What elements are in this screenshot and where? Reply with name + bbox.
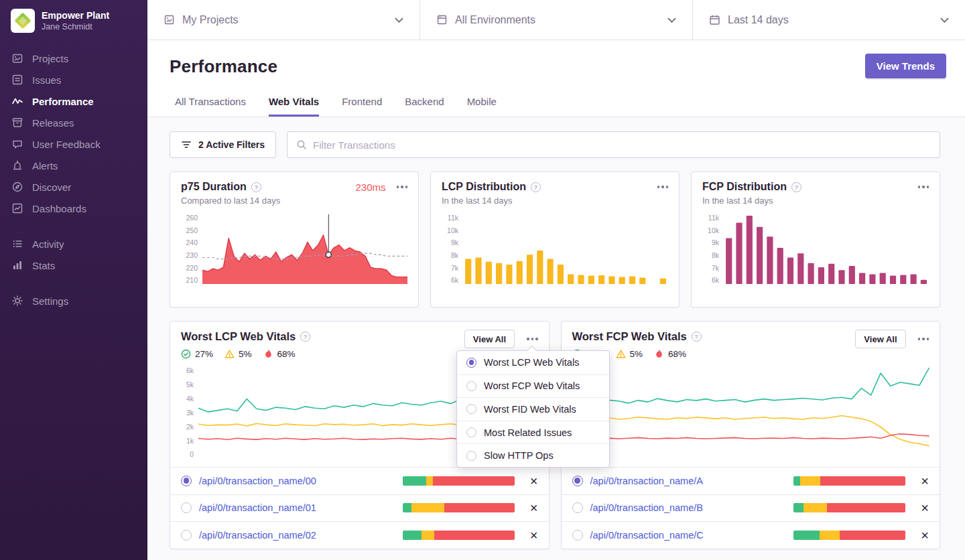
row-radio[interactable] — [181, 530, 192, 541]
row-radio[interactable] — [181, 502, 192, 513]
help-icon[interactable]: ? — [251, 182, 261, 192]
app: Empower Plant Jane Schmidt Projects Issu… — [0, 0, 965, 560]
transaction-link[interactable]: /api/0/transaction_name/C — [590, 530, 704, 541]
close-icon[interactable]: × — [921, 529, 929, 542]
close-icon[interactable]: × — [921, 474, 929, 488]
close-icon[interactable]: × — [530, 501, 538, 514]
card-menu-icon[interactable] — [397, 183, 408, 191]
table-row: /api/0/transaction_name/02 × — [170, 521, 549, 549]
sidebar-item-settings[interactable]: Settings — [0, 290, 147, 311]
help-icon[interactable]: ? — [531, 182, 541, 192]
card-subtitle: Compared to last 14 days — [181, 196, 407, 206]
close-icon[interactable]: × — [530, 529, 538, 542]
poor-stat: 68% — [263, 349, 296, 359]
row-radio[interactable] — [181, 476, 192, 486]
warning-triangle-icon — [616, 349, 626, 359]
tab-bar: All Transactions Web Vitals Frontend Bac… — [175, 96, 497, 117]
sidebar-item-user-feedback[interactable]: User Feedback — [0, 133, 147, 155]
sidebar-item-stats[interactable]: Stats — [0, 255, 147, 276]
warning-triangle-icon — [224, 349, 235, 359]
transaction-link[interactable]: /api/0/transaction_name/A — [590, 476, 703, 486]
help-icon[interactable]: ? — [692, 332, 702, 342]
view-all-button[interactable]: View All — [464, 330, 515, 348]
menu-radio — [466, 358, 476, 368]
transaction-link[interactable]: /api/0/transaction_name/00 — [199, 476, 316, 486]
sidebar-item-projects[interactable]: Projects — [0, 48, 147, 69]
tab-backend[interactable]: Backend — [405, 96, 444, 117]
help-icon[interactable]: ? — [791, 182, 801, 192]
card-menu-icon[interactable] — [918, 183, 929, 191]
nav-label: Alerts — [32, 160, 58, 171]
fcp-distribution-chart[interactable] — [724, 214, 929, 284]
row-radio[interactable] — [572, 476, 583, 486]
sidebar-item-performance[interactable]: Performance — [0, 90, 147, 112]
org-switcher[interactable]: Empower Plant Jane Schmidt — [0, 0, 147, 40]
search-input[interactable] — [313, 139, 931, 151]
table-row: /api/0/transaction_name/B × — [562, 494, 940, 522]
menu-item-label: Most Related Issues — [484, 427, 572, 438]
page-title: Performance — [170, 56, 946, 77]
poor-stat: 68% — [654, 349, 686, 359]
nav-label: Dashboards — [32, 203, 86, 214]
active-filters-button[interactable]: 2 Active Filters — [170, 131, 276, 158]
p75-duration-chart[interactable] — [202, 214, 407, 284]
vitals-distribution-bar — [403, 503, 515, 512]
meh-stat: 5% — [224, 349, 252, 359]
sidebar-item-issues[interactable]: Issues — [0, 69, 147, 90]
sidebar-item-activity[interactable]: Activity — [0, 233, 147, 255]
nav-label: Stats — [32, 260, 55, 271]
lcp-distribution-card: LCP Distribution ? In the last 14 days 1… — [430, 171, 680, 307]
card-title: Worst FCP Web Vitals — [572, 330, 687, 343]
environment-selector[interactable]: All Environments — [420, 0, 692, 40]
fire-icon — [263, 349, 273, 359]
settings-icon — [11, 295, 23, 307]
card-title: Worst LCP Web Vitals — [181, 330, 296, 343]
y-axis: 11k10k9k8k7k6k — [702, 214, 724, 284]
view-trends-button[interactable]: View Trends — [865, 54, 946, 78]
menu-item-worst-fid[interactable]: Worst FID Web Vitals — [457, 397, 609, 421]
card-menu-icon[interactable] — [918, 335, 929, 343]
menu-item-worst-fcp[interactable]: Worst FCP Web Vitals — [457, 374, 609, 398]
tab-all-transactions[interactable]: All Transactions — [175, 96, 246, 117]
transaction-link[interactable]: /api/0/transaction_name/02 — [199, 530, 316, 541]
tab-web-vitals[interactable]: Web Vitals — [269, 96, 319, 117]
menu-item-label: Worst FCP Web Vitals — [484, 380, 580, 391]
card-subtitle: In the last 14 days — [702, 196, 929, 206]
chevron-down-icon — [395, 17, 403, 23]
sidebar-item-releases[interactable]: Releases — [0, 112, 147, 133]
topbar: My Projects All Environments Last 14 day… — [147, 0, 965, 40]
card-title: FCP Distribution — [702, 181, 787, 193]
worst-fcp-chart[interactable] — [590, 367, 929, 458]
vitals-distribution-bar — [793, 531, 905, 540]
p75-duration-card: p75 Duration ? 230ms Compared to last 14… — [170, 171, 419, 307]
sidebar-item-dashboards[interactable]: Dashboards — [0, 198, 147, 219]
menu-item-worst-lcp[interactable]: Worst LCP Web Vitals — [457, 351, 609, 374]
calendar-icon — [709, 14, 720, 25]
close-icon[interactable]: × — [921, 501, 929, 514]
menu-item-most-related-issues[interactable]: Most Related Issues — [457, 421, 609, 444]
transaction-link[interactable]: /api/0/transaction_name/01 — [199, 502, 316, 513]
menu-item-slow-http-ops[interactable]: Slow HTTP Ops — [457, 443, 609, 467]
project-selector[interactable]: My Projects — [147, 0, 420, 40]
close-icon[interactable]: × — [530, 474, 538, 488]
transaction-link[interactable]: /api/0/transaction_name/B — [590, 502, 703, 513]
search-icon — [296, 139, 307, 150]
environment-selector-icon — [436, 14, 448, 25]
table-row: /api/0/transaction_name/01 × — [170, 494, 549, 522]
row-radio[interactable] — [572, 502, 583, 513]
view-all-button[interactable]: View All — [855, 330, 905, 348]
sidebar-item-discover[interactable]: Discover — [0, 176, 147, 198]
date-range-selector[interactable]: Last 14 days — [692, 0, 965, 40]
card-subtitle: In the last 14 days — [442, 196, 668, 206]
card-menu-icon[interactable] — [527, 335, 538, 343]
tab-frontend[interactable]: Frontend — [342, 96, 382, 117]
chevron-down-icon — [667, 17, 676, 23]
main-content: Performance View Trends All Transactions… — [147, 40, 965, 560]
help-icon[interactable]: ? — [300, 332, 310, 342]
card-title: p75 Duration — [181, 181, 247, 193]
lcp-distribution-chart[interactable] — [463, 214, 668, 284]
sidebar-item-alerts[interactable]: Alerts — [0, 155, 147, 176]
tab-mobile[interactable]: Mobile — [467, 96, 497, 117]
row-radio[interactable] — [572, 530, 583, 541]
card-menu-icon[interactable] — [657, 183, 669, 191]
